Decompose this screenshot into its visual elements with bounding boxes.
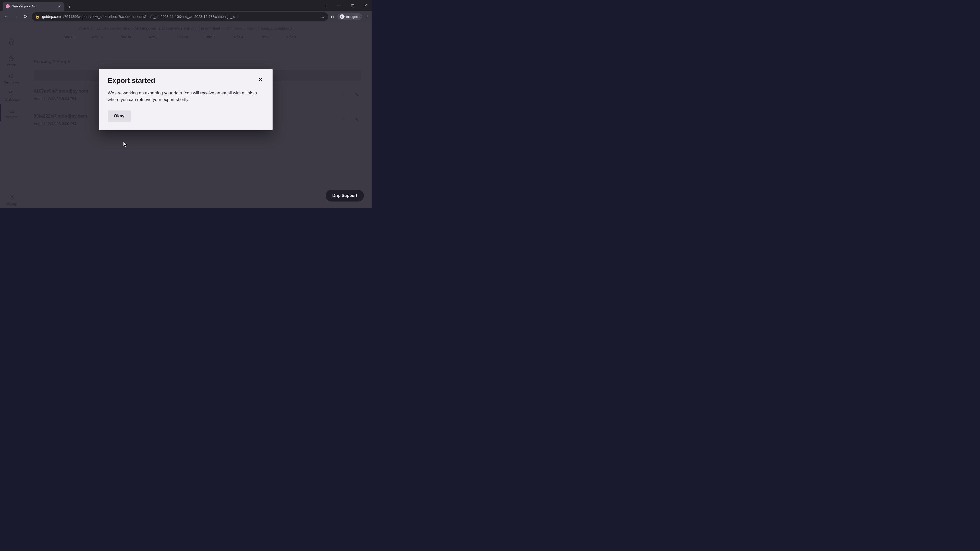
bookmark-star-icon[interactable]: ☆ [321, 14, 325, 19]
url-host: getdrip.com [42, 14, 61, 19]
maximize-window-icon[interactable]: ▢ [348, 3, 357, 7]
close-modal-button[interactable]: ✕ [257, 76, 264, 83]
extensions-icon[interactable]: ◧ [331, 15, 334, 19]
minimize-window-icon[interactable]: ― [335, 3, 344, 7]
close-tab-icon[interactable]: × [59, 4, 61, 8]
incognito-icon: ◐ [340, 14, 345, 19]
close-window-icon[interactable]: ✕ [361, 3, 370, 7]
support-button[interactable]: Drip Support [326, 190, 364, 202]
tabs-dropdown-icon[interactable]: ⌄ [321, 3, 330, 7]
incognito-label: Incognito [346, 15, 360, 19]
url-field[interactable]: 🔒 getdrip.com/7641396/reports/new_subscr… [32, 12, 328, 21]
forward-button[interactable]: → [12, 13, 19, 20]
export-started-modal: Export started ✕ We are working on expor… [99, 69, 272, 130]
reload-button[interactable]: ⟳ [22, 13, 29, 20]
modal-title: Export started [108, 76, 155, 85]
viewport: Your trial has 14 days left to go. All t… [0, 22, 372, 208]
modal-body: We are working on exporting your data. Y… [108, 90, 264, 103]
tab-bar: New People · Drip × + ⌄ ― ▢ ✕ [0, 0, 372, 11]
browser-tab[interactable]: New People · Drip × [3, 2, 64, 11]
incognito-badge[interactable]: ◐ Incognito [337, 13, 362, 20]
address-bar: ← → ⟳ 🔒 getdrip.com/7641396/reports/new_… [0, 11, 372, 22]
lock-icon: 🔒 [35, 14, 40, 19]
browser-chrome: New People · Drip × + ⌄ ― ▢ ✕ ← → ⟳ 🔒 ge… [0, 0, 372, 22]
window-controls: ⌄ ― ▢ ✕ [321, 0, 370, 11]
tab-title: New People · Drip [12, 5, 57, 8]
okay-button[interactable]: Okay [108, 110, 130, 122]
favicon-icon [6, 4, 10, 8]
url-path: /7641396/reports/new_subscribers?scope=a… [63, 14, 237, 19]
kebab-menu-icon[interactable]: ⋮ [366, 15, 369, 19]
new-tab-button[interactable]: + [66, 3, 73, 11]
back-button[interactable]: ← [3, 13, 10, 20]
